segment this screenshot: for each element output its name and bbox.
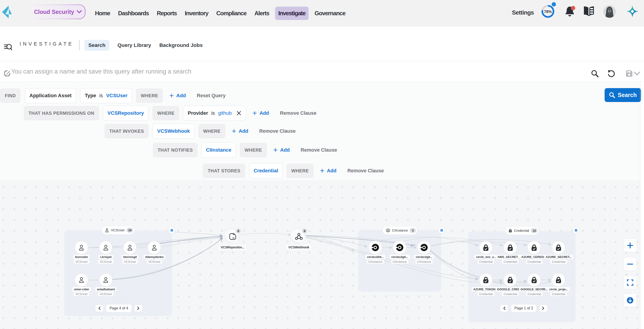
svg-text:78%: 78% [544,10,552,14]
